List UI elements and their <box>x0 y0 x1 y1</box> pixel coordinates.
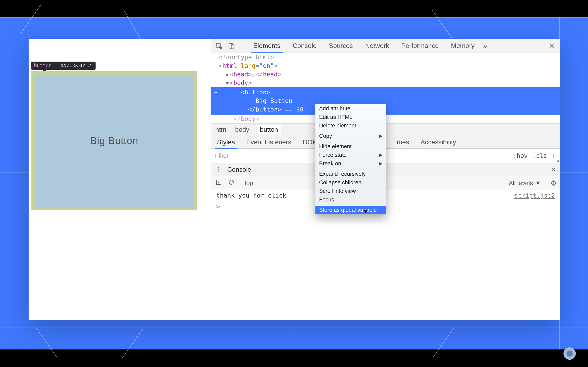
clear-console-icon[interactable] <box>227 179 235 187</box>
new-style-rule-icon[interactable]: + <box>552 151 556 160</box>
big-button-label: Big Button <box>90 135 138 147</box>
dom-line[interactable]: <!doctype html> <box>211 53 560 62</box>
submenu-arrow-icon: ▶ <box>379 133 382 140</box>
tab-console[interactable]: Console <box>286 39 323 53</box>
context-menu-separator <box>315 141 386 141</box>
breadcrumb-body[interactable]: body <box>235 126 249 133</box>
console-settings-icon[interactable]: ⚙ <box>550 179 557 187</box>
tab-memory[interactable]: Memory <box>445 39 481 53</box>
tab-sources[interactable]: Sources <box>323 39 359 53</box>
rendered-page-pane: button | 447.3×365.5 Big Button <box>29 39 211 320</box>
dom-line[interactable]: <body> <box>211 79 560 87</box>
context-menu-label: Focus <box>319 196 334 203</box>
hov-toggle[interactable]: :hov <box>513 152 528 159</box>
console-title: Console <box>227 166 251 173</box>
log-level-selector[interactable]: All levels▼ <box>509 180 541 187</box>
context-menu-label: Copy <box>319 133 332 140</box>
cls-toggle[interactable]: .cls <box>532 152 547 159</box>
tab-elements[interactable]: Elements <box>247 39 286 53</box>
console-menu-icon[interactable]: ⋮ <box>215 166 222 173</box>
context-menu-item[interactable]: Scroll into view <box>315 187 386 195</box>
inspect-element-icon[interactable] <box>214 41 224 50</box>
elements-context-menu[interactable]: Add attributeEdit as HTMLDelete elementC… <box>315 104 386 215</box>
more-tabs-icon[interactable]: » <box>483 42 487 50</box>
submenu-arrow-icon: ▶ <box>379 160 382 167</box>
toolbar-divider <box>243 42 243 50</box>
subtab-properties-partial[interactable]: rties <box>391 136 415 149</box>
context-menu-label: Delete element <box>319 122 356 129</box>
context-menu-item[interactable]: Focus <box>315 195 386 204</box>
context-menu-item[interactable]: Add attribute <box>315 104 386 113</box>
tab-network[interactable]: Network <box>359 39 395 53</box>
subtab-styles[interactable]: Styles <box>211 136 241 149</box>
context-menu-label: Edit as HTML <box>319 114 353 120</box>
devtools-toolbar: Elements Console Sources Network Perform… <box>211 39 560 53</box>
context-menu-separator <box>315 131 386 131</box>
svg-rect-2 <box>231 45 234 49</box>
context-menu-item[interactable]: Edit as HTML <box>315 113 386 121</box>
context-menu-separator <box>315 205 386 205</box>
context-menu-item[interactable]: Store as global variable <box>315 206 386 214</box>
context-menu-label: Expand recursively <box>319 170 366 177</box>
context-menu-item[interactable]: Expand recursively <box>315 170 386 178</box>
context-menu-item[interactable]: Force state▶ <box>315 151 386 159</box>
tooltip-tag: button <box>34 63 52 68</box>
execution-context-selector[interactable]: top <box>245 180 253 187</box>
context-menu-label: Add attribute <box>319 105 350 112</box>
kebab-menu-icon[interactable]: ⋮ <box>538 42 544 49</box>
context-menu-separator <box>315 169 386 169</box>
element-inspect-tooltip: button | 447.3×365.5 <box>31 62 95 70</box>
context-menu-label: Break on <box>319 160 341 167</box>
close-devtools-icon[interactable]: ✕ <box>549 42 554 50</box>
tooltip-dimensions: 447.3×365.5 <box>60 63 93 68</box>
breadcrumb-button[interactable]: button <box>257 125 281 134</box>
selection-handle-icon[interactable]: ⋯ <box>213 88 218 97</box>
svg-line-5 <box>230 181 233 184</box>
console-log-text: thank you for click <box>216 192 286 199</box>
context-menu-item[interactable]: Break on▶ <box>315 159 386 168</box>
dom-line[interactable]: <head>…</head> <box>211 70 560 79</box>
context-menu-label: Scroll into view <box>319 188 356 194</box>
breadcrumb-html[interactable]: html <box>215 126 228 133</box>
tab-performance[interactable]: Performance <box>395 39 445 53</box>
styles-filter-input[interactable]: Filter <box>215 152 229 159</box>
device-toggle-icon[interactable] <box>227 41 236 50</box>
close-console-icon[interactable]: ✕ <box>551 166 557 174</box>
expand-arrow-icon[interactable] <box>226 73 228 77</box>
collapse-arrow-icon[interactable] <box>226 82 229 85</box>
subtab-accessibility[interactable]: Accessibility <box>415 136 462 149</box>
context-menu-item[interactable]: Hide element <box>315 142 386 151</box>
execute-icon[interactable] <box>215 179 223 187</box>
dom-line[interactable]: <html lang="en"> <box>211 62 560 70</box>
context-menu-item[interactable]: Delete element <box>315 121 386 130</box>
submenu-arrow-icon: ▶ <box>379 151 382 158</box>
subtab-event-listeners[interactable]: Event Listeners <box>241 136 297 149</box>
chrome-logo-icon <box>563 347 576 360</box>
context-menu-label: Hide element <box>319 143 352 150</box>
context-menu-label: Force state <box>319 151 347 158</box>
context-menu-label: Collapse children <box>319 179 361 186</box>
resize-corner-icon[interactable] <box>556 159 559 162</box>
dropdown-arrow-icon: ▼ <box>535 180 541 187</box>
context-menu-item[interactable]: Collapse children <box>315 178 386 187</box>
browser-devtools-window: button | 447.3×365.5 Big Button Elements… <box>29 39 560 320</box>
console-log-source-link[interactable]: script.js:2 <box>514 192 555 199</box>
tooltip-separator: | <box>54 63 57 68</box>
context-menu-item[interactable]: Copy▶ <box>315 132 386 140</box>
big-button[interactable]: Big Button <box>31 71 197 210</box>
